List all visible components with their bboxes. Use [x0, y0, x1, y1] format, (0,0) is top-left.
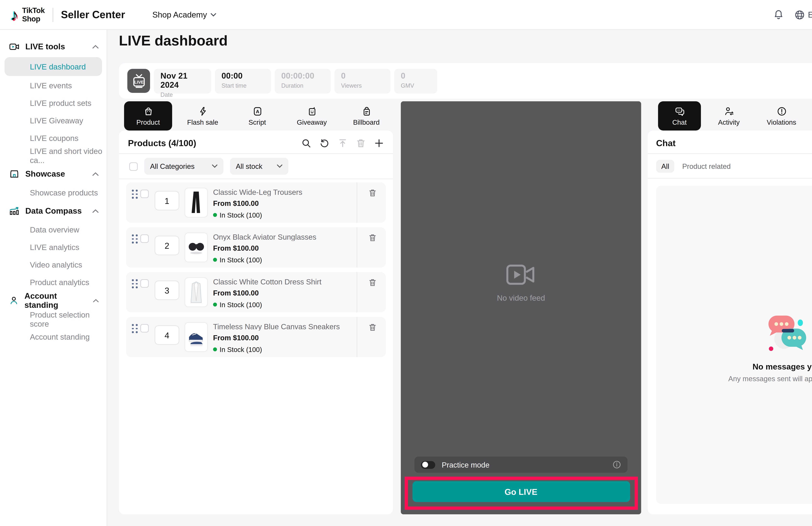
sidebar-item-live-product-sets[interactable]: LIVE product sets: [0, 94, 106, 112]
drag-handle-icon[interactable]: [132, 234, 138, 243]
stat-value: Nov 21 2024: [160, 71, 205, 89]
drag-handle-icon[interactable]: [132, 324, 138, 333]
sidebar-item-account-standing[interactable]: Account standing: [0, 328, 106, 346]
svg-text:A: A: [256, 108, 259, 114]
chat-filter-product-related[interactable]: Product related: [682, 162, 731, 170]
brand-wordmark: TikTok Shop: [22, 7, 45, 23]
trash-icon[interactable]: [368, 323, 377, 332]
trash-icon[interactable]: [368, 188, 377, 198]
video-panel: No video feed Practice mode Go LIVE: [401, 101, 641, 514]
sidebar-item-product-selection-score[interactable]: Product selection score: [0, 310, 106, 328]
tab-script[interactable]: A Script: [233, 101, 281, 131]
product-checkbox[interactable]: [140, 279, 149, 288]
language-selector[interactable]: English: [794, 10, 812, 20]
product-order-box[interactable]: 4: [155, 325, 179, 345]
product-checkbox[interactable]: [140, 234, 149, 243]
tab-suggestions[interactable]: Suggestions: [811, 101, 812, 131]
select-all-checkbox[interactable]: [129, 162, 138, 171]
chat-messages-area: No messages yet Any messages sent will a…: [656, 186, 812, 504]
shop-academy-menu[interactable]: Shop Academy: [152, 10, 216, 19]
flash-sale-icon: [198, 106, 207, 116]
live-camera-icon: [9, 42, 19, 52]
info-icon[interactable]: [612, 461, 621, 469]
product-stock: In Stock (100): [213, 256, 357, 264]
sidebar-section-data-compass[interactable]: Data Compass: [0, 201, 106, 221]
product-order-box[interactable]: 3: [155, 280, 179, 300]
chat-filter-all[interactable]: All: [656, 159, 675, 172]
chat-empty-state: No messages yet Any messages sent will a…: [656, 314, 812, 382]
product-price: From $100.00: [213, 289, 357, 297]
product-checkbox[interactable]: [140, 324, 149, 333]
sidebar-item-live-events[interactable]: LIVE events: [0, 77, 106, 94]
product-checkbox[interactable]: [140, 190, 149, 198]
tab-violations[interactable]: Violations: [757, 101, 806, 131]
sidebar-item-live-giveaway[interactable]: LIVE Giveaway: [0, 112, 106, 129]
brand-bottom: Shop: [22, 15, 40, 23]
tab-chat[interactable]: Chat: [658, 101, 701, 131]
product-info: Timeless Navy Blue Canvas Sneakers From …: [213, 323, 357, 353]
stat-start-time[interactable]: 00:00 Start time: [215, 69, 271, 93]
language-label: English: [808, 10, 812, 19]
sidebar-item-product-analytics[interactable]: Product analytics: [0, 273, 106, 291]
trash-icon[interactable]: [356, 138, 366, 148]
drag-handle-icon[interactable]: [132, 190, 138, 199]
stat-date[interactable]: Nov 21 2024 Date: [154, 69, 211, 93]
stock-label: In Stock (100): [220, 211, 262, 219]
plus-icon[interactable]: [374, 138, 384, 148]
bell-icon[interactable]: [773, 9, 784, 20]
go-live-button[interactable]: Go LIVE: [412, 481, 630, 502]
product-row: 3 Classic White Cotton Dress Shirt From …: [126, 272, 386, 312]
tab-activity[interactable]: Activity: [706, 101, 752, 131]
sidebar-item-data-overview[interactable]: Data overview: [0, 221, 106, 238]
divider: [357, 272, 357, 312]
sidebar-item-live-short-video[interactable]: LIVE and short video ca...: [0, 147, 106, 164]
products-filter-row: All Categories All stock: [119, 154, 393, 179]
header-right: English ♪ TikTok shop: [773, 8, 812, 22]
move-to-top-icon[interactable]: [338, 138, 348, 148]
stock-dot-icon: [213, 213, 217, 217]
stock-label: In Stock (100): [220, 301, 262, 308]
products-panel: Products (4/100): [119, 131, 393, 514]
stat-label: Date: [160, 91, 205, 98]
sidebar-section-account-standing[interactable]: Account standing: [0, 291, 106, 310]
sidebar-item-showcase-products[interactable]: Showcase products: [0, 184, 106, 201]
activity-icon: [724, 106, 734, 116]
stock-label: In Stock (100): [220, 346, 262, 353]
stat-value: 00:00: [221, 71, 264, 80]
product-image-trousers: [185, 188, 208, 218]
sidebar-item-live-analytics[interactable]: LIVE analytics: [0, 238, 106, 256]
drag-handle-icon[interactable]: [132, 279, 138, 288]
stat-label: Duration: [281, 82, 324, 89]
sidebar-item-live-coupons[interactable]: LIVE coupons: [0, 129, 106, 147]
product-order-box[interactable]: 2: [155, 236, 179, 255]
sidebar-section-live-tools[interactable]: LIVE tools: [0, 37, 106, 57]
stock-filter-select[interactable]: All stock: [230, 158, 288, 175]
stat-label: Viewers: [341, 82, 384, 89]
category-filter-select[interactable]: All Categories: [144, 158, 223, 175]
top-header: ♪ TikTok Shop Seller Center Shop Academy…: [0, 0, 812, 30]
trash-icon[interactable]: [368, 233, 377, 242]
product-row: 4 Timeless Navy Blue Canvas Sneakers Fro…: [126, 317, 386, 357]
practice-mode-toggle[interactable]: [421, 461, 435, 469]
product-image-sneakers: [185, 322, 208, 352]
sidebar-item-video-analytics[interactable]: Video analytics: [0, 256, 106, 273]
svg-text:LIVE: LIVE: [134, 79, 143, 84]
chat-empty-subtitle: Any messages sent will appear here: [728, 375, 812, 382]
tab-product[interactable]: Product: [124, 101, 172, 131]
trash-icon[interactable]: [368, 278, 377, 287]
divider: [357, 317, 357, 357]
tab-giveaway[interactable]: Giveaway: [288, 101, 336, 131]
chevron-down-icon: [210, 13, 216, 17]
showcase-icon: [9, 169, 19, 179]
app-name: Seller Center: [61, 9, 125, 20]
shop-academy-label: Shop Academy: [152, 10, 207, 19]
refresh-icon[interactable]: [320, 138, 329, 148]
tab-billboard[interactable]: Billboard: [342, 101, 390, 131]
tab-label: Activity: [718, 118, 740, 126]
tab-flash-sale[interactable]: Flash sale: [179, 101, 227, 131]
search-icon[interactable]: [301, 138, 311, 148]
sidebar-section-showcase[interactable]: Showcase: [0, 164, 106, 184]
product-order-box[interactable]: 1: [155, 191, 179, 210]
sidebar-item-live-dashboard[interactable]: LIVE dashboard: [4, 57, 102, 76]
video-empty-state: No video feed: [401, 264, 641, 303]
